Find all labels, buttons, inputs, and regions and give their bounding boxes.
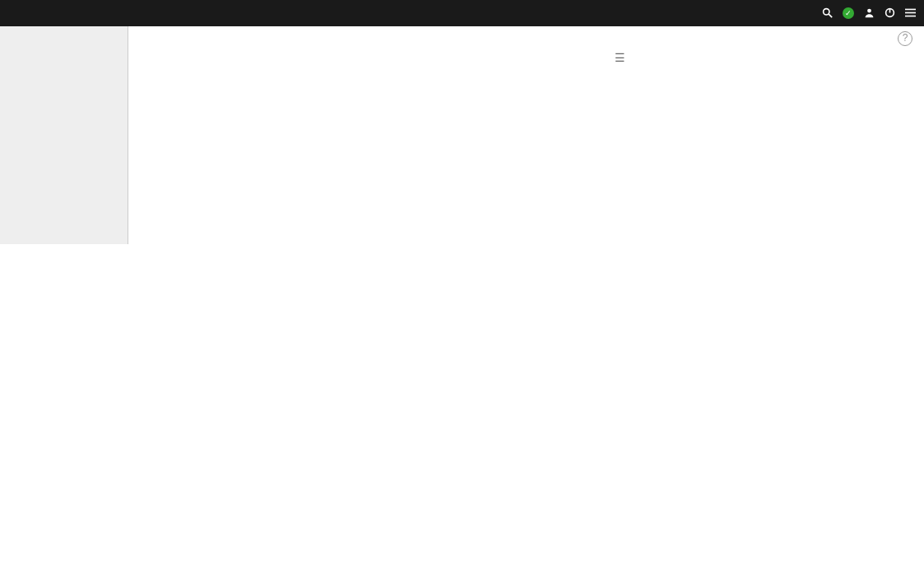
logo: [8, 5, 12, 21]
content: ?: [128, 26, 924, 244]
menu-icon[interactable]: [905, 7, 916, 19]
svg-rect-5: [905, 9, 916, 11]
help-icon[interactable]: ?: [898, 31, 912, 46]
chart-xaxis: [281, 210, 625, 223]
svg-point-0: [824, 9, 829, 15]
svg-point-2: [867, 9, 871, 13]
sidebar: [0, 26, 128, 244]
logout-link[interactable]: [885, 7, 895, 19]
user-name[interactable]: [864, 7, 875, 19]
svg-rect-7: [905, 16, 916, 17]
status-ok-icon[interactable]: ✓: [843, 7, 854, 19]
svg-rect-6: [905, 12, 916, 14]
svg-line-1: [829, 14, 832, 17]
chart-bars: [276, 48, 625, 208]
topbar: ✓: [0, 0, 924, 26]
search-icon[interactable]: [822, 7, 833, 19]
